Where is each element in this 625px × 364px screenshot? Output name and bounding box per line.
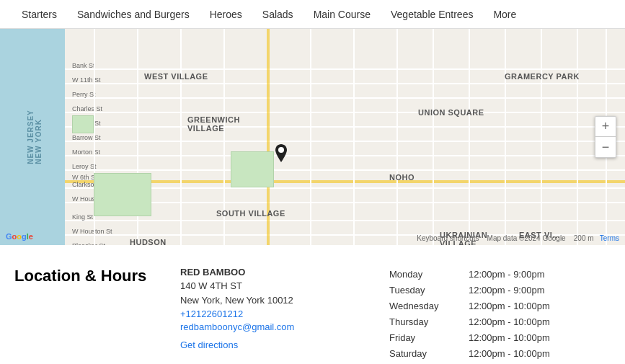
nav-item-starters[interactable]: Starters <box>12 0 67 28</box>
map-data-label: Map data ©2024 Google <box>487 234 566 242</box>
section-title: Location & Hours <box>14 267 151 364</box>
hours-day: Thursday <box>389 314 469 330</box>
location-hours-section: Location & Hours RED BAMBOO 140 W 4TH ST… <box>0 245 625 364</box>
directions-link[interactable]: Get directions <box>180 339 238 350</box>
map-park-2 <box>94 173 151 216</box>
map-street-label: Bleecker St <box>72 242 105 245</box>
nav-item-main-course[interactable]: Main Course <box>303 0 381 28</box>
address-line1: 140 W 4TH ST <box>180 279 360 293</box>
hours-section: Monday12:00pm - 9:00pmTuesday12:00pm - 9… <box>389 267 611 364</box>
hours-day: Tuesday <box>389 283 469 298</box>
nav-item-vegetable-entrees[interactable]: Vegetable Entrees <box>381 0 483 28</box>
hours-row: Thursday12:00pm - 10:00pm <box>389 314 611 330</box>
address-line2: New York, New York 10012 <box>180 293 360 308</box>
hours-time: 12:00pm - 9:00pm <box>469 267 545 283</box>
terms-link[interactable]: Terms <box>600 234 619 242</box>
hours-row: Monday12:00pm - 9:00pm <box>389 267 611 283</box>
scale-label: 200 m <box>574 234 594 242</box>
email-link[interactable]: redbamboonyc@gmail.com <box>180 321 360 332</box>
hours-time: 12:00pm - 10:00pm <box>469 314 550 330</box>
hours-time: 12:00pm - 10:00pm <box>469 298 550 314</box>
keyboard-shortcuts: Keyboard shortcuts <box>417 234 479 242</box>
map: NEW JERSEYNEW YORK Bank StW 11th StPerry… <box>0 29 625 245</box>
nav-item-sandwiches[interactable]: Sandwiches and Burgers <box>67 0 200 28</box>
zoom-out-button[interactable]: − <box>595 137 616 157</box>
phone-link[interactable]: +12122601212 <box>180 308 243 319</box>
hours-day: Friday <box>389 330 469 346</box>
hours-time: 12:00pm - 10:00pm <box>469 330 550 346</box>
map-park-1 <box>231 151 274 187</box>
map-attribution: Keyboard shortcuts Map data ©2024 Google… <box>417 234 619 242</box>
nav-item-more[interactable]: More <box>483 0 526 28</box>
hours-row: Wednesday12:00pm - 10:00pm <box>389 298 611 314</box>
hours-day: Wednesday <box>389 298 469 314</box>
hours-day: Saturday <box>389 346 469 362</box>
hours-row: Friday12:00pm - 10:00pm <box>389 330 611 346</box>
location-info: RED BAMBOO 140 W 4TH ST New York, New Yo… <box>180 267 360 364</box>
map-zoom-controls[interactable]: + − <box>595 116 616 158</box>
hours-day: Monday <box>389 267 469 283</box>
zoom-in-button[interactable]: + <box>595 117 616 137</box>
hours-row: Tuesday12:00pm - 9:00pm <box>389 283 611 298</box>
hours-row: Saturday12:00pm - 10:00pm <box>389 346 611 362</box>
hours-time: 12:00pm - 9:00pm <box>469 283 545 298</box>
map-park-3 <box>72 115 94 133</box>
svg-point-0 <box>278 147 284 153</box>
navigation: StartersSandwiches and BurgersHeroesSala… <box>0 0 625 29</box>
nav-item-heroes[interactable]: Heroes <box>200 0 252 28</box>
restaurant-name: RED BAMBOO <box>180 267 360 278</box>
nav-item-salads[interactable]: Salads <box>252 0 303 28</box>
map-google-logo: Google <box>6 229 33 242</box>
hours-time: 12:00pm - 10:00pm <box>469 346 550 362</box>
map-marker <box>272 144 290 166</box>
map-water-label: NEW JERSEYNEW YORK <box>27 110 43 164</box>
